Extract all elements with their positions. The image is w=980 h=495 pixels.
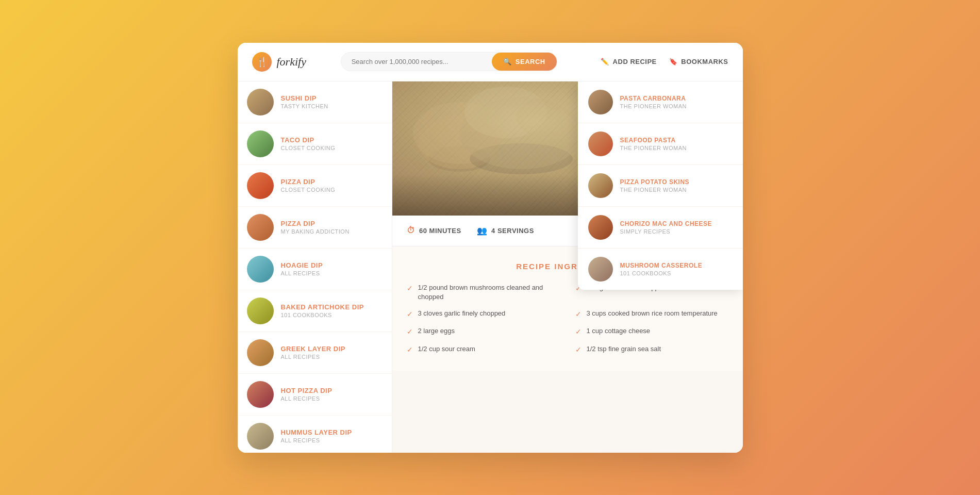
sidebar: SUSHI DIP TASTY KITCHEN TACO DIP CLOSET … (238, 81, 392, 453)
recipe-source: CLOSET COOKING (281, 145, 383, 151)
recipe-source: ALL RECIPES (281, 270, 383, 276)
content-area: MUSH CASSE ⏱ 60 MINUTES 👥 4 SERVINGS REC… (392, 81, 743, 453)
dropdown-info: SEAFOOD PASTA THE PIONEER WOMAN (620, 137, 687, 151)
hero-illustration-2 (444, 81, 599, 185)
ingredient-item: ✓3 cloves garlic finely chopped (407, 309, 560, 320)
search-button[interactable]: 🔍 SEARCH (492, 53, 556, 71)
dropdown-recipe-name: MUSHROOM CASSEROLE (620, 262, 703, 269)
recipe-thumbnail (247, 214, 274, 241)
dropdown-info: CHORIZO MAC AND CHEESE SIMPLY RECIPES (620, 220, 712, 235)
recipe-thumbnail (247, 172, 274, 199)
dropdown-recipe-source: 101 COOKBOOKS (620, 270, 703, 276)
recipe-thumbnail (247, 298, 274, 324)
ingredient-item: ✓1/2 pound brown mushrooms cleaned and c… (407, 283, 560, 302)
dropdown-thumbnail (588, 90, 613, 114)
ingredient-item: ✓3 cups cooked brown rice room temperatu… (575, 309, 728, 320)
dropdown-recipe-name: PASTA CARBONARA (620, 95, 687, 102)
recipe-name: PIZZA DIP (281, 220, 383, 227)
recipe-info: HUMMUS LAYER DIP ALL RECIPES (281, 428, 383, 443)
dropdown-info: MUSHROOM CASSEROLE 101 COOKBOOKS (620, 262, 703, 276)
check-icon: ✓ (407, 284, 413, 294)
svg-point-6 (516, 97, 578, 138)
sidebar-item[interactable]: BAKED ARTICHOKE DIP 101 COOKBOOKS (238, 290, 392, 332)
add-recipe-button[interactable]: ✏️ ADD RECIPE (601, 58, 657, 65)
clock-icon: ⏱ (407, 226, 416, 235)
logo-icon: 🍴 (252, 52, 272, 72)
sidebar-item[interactable]: TACO DIP CLOSET COOKING (238, 123, 392, 165)
search-area: 🔍 SEARCH (341, 52, 557, 71)
recipe-thumbnail (247, 256, 274, 283)
check-icon: ✓ (575, 327, 582, 337)
recipe-source: ALL RECIPES (281, 395, 383, 402)
dropdown-recipe-name: CHORIZO MAC AND CHEESE (620, 220, 712, 227)
recipe-source: CLOSET COOKING (281, 187, 383, 193)
recipe-info: HOT PIZZA DIP ALL RECIPES (281, 387, 383, 402)
sidebar-item[interactable]: GREEK LAYER DIP ALL RECIPES (238, 332, 392, 374)
dropdown-recipe-item[interactable]: CHORIZO MAC AND CHEESE SIMPLY RECIPES (578, 207, 743, 249)
app-container: 🍴 forkify 🔍 SEARCH ✏️ ADD RECIPE 🔖 BOOKM… (238, 43, 743, 453)
dropdown-recipe-item[interactable]: SEAFOOD PASTA THE PIONEER WOMAN (578, 123, 743, 165)
recipe-name: HOT PIZZA DIP (281, 387, 383, 394)
dropdown-recipe-item[interactable]: MUSHROOM CASSEROLE 101 COOKBOOKS (578, 249, 743, 290)
ingredient-item: ✓1/2 tsp fine grain sea salt (575, 344, 728, 355)
recipe-source: ALL RECIPES (281, 354, 383, 360)
recipe-source: 101 COOKBOOKS (281, 312, 383, 318)
bookmark-icon: 🔖 (669, 58, 678, 65)
check-icon: ✓ (575, 309, 582, 320)
check-icon: ✓ (575, 345, 582, 355)
recipe-info: HOAGIE DIP ALL RECIPES (281, 261, 383, 276)
sidebar-item[interactable]: HOT PIZZA DIP ALL RECIPES (238, 374, 392, 416)
recipe-thumbnail (247, 423, 274, 450)
dropdown-recipe-name: SEAFOOD PASTA (620, 137, 687, 144)
dropdown-recipe-name: PIZZA POTATO SKINS (620, 178, 690, 186)
sidebar-item[interactable]: SUSHI DIP TASTY KITCHEN (238, 81, 392, 123)
recipe-name: TACO DIP (281, 136, 383, 144)
recipe-name: PIZZA DIP (281, 178, 383, 186)
dropdown-info: PASTA CARBONARA THE PIONEER WOMAN (620, 95, 687, 109)
dropdown-recipe-item[interactable]: PASTA CARBONARA THE PIONEER WOMAN (578, 81, 743, 123)
recipe-name: SUSHI DIP (281, 94, 383, 102)
recipe-name: GREEK LAYER DIP (281, 345, 383, 353)
recipe-thumbnail (247, 130, 274, 157)
search-icon: 🔍 (503, 58, 512, 65)
recipe-thumbnail (247, 339, 274, 366)
dropdown-recipe-source: THE PIONEER WOMAN (620, 103, 687, 109)
ingredient-item: ✓2 large eggs (407, 326, 560, 337)
edit-icon: ✏️ (601, 58, 609, 65)
recipe-info: BAKED ARTICHOKE DIP 101 COOKBOOKS (281, 303, 383, 318)
app-title: forkify (277, 55, 306, 69)
recipe-source: ALL RECIPES (281, 437, 383, 443)
dropdown-recipe-source: SIMPLY RECIPES (620, 228, 712, 235)
dropdown-recipe-item[interactable]: PIZZA POTATO SKINS THE PIONEER WOMAN (578, 165, 743, 207)
recipe-thumbnail (247, 381, 274, 408)
people-icon: 👥 (477, 226, 488, 236)
recipe-info: GREEK LAYER DIP ALL RECIPES (281, 345, 383, 360)
recipe-info: TACO DIP CLOSET COOKING (281, 136, 383, 151)
recipe-thumbnail (247, 89, 274, 116)
dropdown-recipe-source: THE PIONEER WOMAN (620, 187, 690, 193)
sidebar-item[interactable]: PIZZA DIP CLOSET COOKING (238, 165, 392, 207)
check-icon: ✓ (407, 345, 413, 355)
recipe-info: PIZZA DIP MY BAKING ADDICTION (281, 220, 383, 235)
recipe-source: TASTY KITCHEN (281, 103, 383, 109)
check-icon: ✓ (407, 309, 413, 320)
dropdown-recipe-source: THE PIONEER WOMAN (620, 145, 687, 151)
time-meta: ⏱ 60 MINUTES (407, 226, 461, 235)
dropdown-thumbnail (588, 257, 613, 282)
bookmarks-button[interactable]: 🔖 BOOKMARKS (669, 58, 728, 65)
sidebar-item[interactable]: HUMMUS LAYER DIP ALL RECIPES (238, 416, 392, 453)
search-input[interactable] (352, 53, 492, 71)
sidebar-item[interactable]: PIZZA DIP MY BAKING ADDICTION (238, 207, 392, 249)
recipe-name: HUMMUS LAYER DIP (281, 428, 383, 436)
servings-meta: 👥 4 SERVINGS (477, 226, 534, 236)
dropdown-thumbnail (588, 173, 613, 198)
header: 🍴 forkify 🔍 SEARCH ✏️ ADD RECIPE 🔖 BOOKM… (238, 43, 743, 81)
recipe-info: PIZZA DIP CLOSET COOKING (281, 178, 383, 193)
header-actions: ✏️ ADD RECIPE 🔖 BOOKMARKS (601, 58, 728, 65)
search-dropdown: PASTA CARBONARA THE PIONEER WOMAN SEAFOO… (578, 81, 743, 290)
check-icon: ✓ (407, 327, 413, 337)
dropdown-thumbnail (588, 131, 613, 156)
dropdown-info: PIZZA POTATO SKINS THE PIONEER WOMAN (620, 178, 690, 193)
ingredients-grid: ✓1/2 pound brown mushrooms cleaned and c… (407, 283, 728, 355)
sidebar-item[interactable]: HOAGIE DIP ALL RECIPES (238, 249, 392, 290)
